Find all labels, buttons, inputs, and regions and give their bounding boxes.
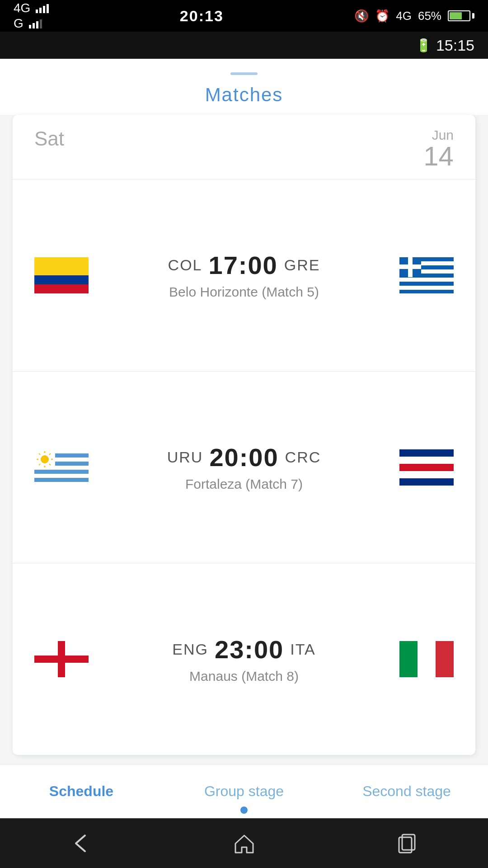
date-month: Jun [423, 127, 454, 143]
flag-costarica [399, 449, 454, 486]
svg-rect-2 [34, 275, 89, 284]
svg-rect-40 [34, 656, 89, 663]
home-button[interactable] [232, 831, 257, 856]
nav-schedule-label: Schedule [49, 783, 113, 800]
network-bottom: G [14, 16, 49, 31]
bar7 [36, 21, 38, 28]
team2-code-1: GRE [284, 256, 320, 274]
svg-rect-35 [399, 464, 454, 471]
team1-code-3: ENG [172, 641, 208, 658]
bar4 [47, 4, 49, 13]
date-number: 14 [423, 143, 454, 170]
svg-rect-20 [34, 470, 89, 474]
match-time-2: 20:00 [209, 443, 278, 472]
status-bar: 4G G 20:13 🔇 ⏰ 4G 65% [0, 0, 488, 32]
mute-icon: 🔇 [354, 9, 369, 23]
svg-rect-11 [399, 282, 454, 286]
svg-rect-16 [408, 257, 413, 277]
svg-point-23 [41, 455, 49, 463]
nav-group-stage-label: Group stage [204, 783, 284, 800]
match-venue-1: Belo Horizonte (Match 5) [169, 284, 319, 300]
status-right: 🔇 ⏰ 4G 65% [354, 9, 474, 23]
status-time: 20:13 [180, 7, 224, 25]
drag-handle [230, 72, 258, 75]
network-label: 4G [14, 1, 30, 15]
recents-button[interactable] [394, 831, 419, 856]
svg-rect-43 [436, 641, 454, 677]
nav-second-stage-label: Second stage [362, 783, 451, 800]
nav-group-stage[interactable]: Group stage [163, 764, 325, 818]
signal-bars-top [36, 3, 49, 13]
svg-rect-13 [399, 290, 454, 293]
battery-green-icon: 🔋 [416, 38, 432, 53]
matches-title-bar: Matches [0, 59, 488, 115]
match-time-1: 17:00 [209, 250, 278, 280]
svg-rect-12 [399, 286, 454, 290]
date-header: Sat Jun 14 [13, 115, 475, 179]
bar6 [33, 23, 35, 28]
page-title: Matches [0, 84, 488, 106]
svg-rect-10 [399, 278, 454, 282]
flag-england [34, 641, 89, 677]
nav-second-stage[interactable]: Second stage [325, 764, 488, 818]
team2-code-2: CRC [285, 448, 321, 466]
back-icon [69, 831, 94, 856]
bar3 [43, 6, 45, 13]
team1-code-1: COL [168, 256, 202, 274]
date-day: Sat [34, 127, 64, 150]
svg-rect-34 [399, 457, 454, 464]
recents-icon [394, 831, 419, 856]
back-button[interactable] [69, 831, 94, 856]
svg-rect-21 [34, 478, 89, 482]
match-center-1: COL 17:00 GRE Belo Horizonte (Match 5) [89, 250, 399, 300]
match-time-3: 23:00 [215, 635, 284, 664]
match-score-line-3: ENG 23:00 ITA [172, 635, 315, 664]
team2-code-3: ITA [290, 641, 315, 658]
match-row-uru-crc[interactable]: URU 20:00 CRC Fortaleza (Match 7) [13, 372, 475, 564]
network-top: 4G [14, 1, 49, 15]
svg-rect-33 [399, 449, 454, 457]
flag-colombia [34, 257, 89, 293]
spacer [0, 755, 488, 764]
match-venue-2: Fortaleza (Match 7) [185, 476, 303, 492]
flag-italy [399, 641, 454, 677]
network-g: G [14, 16, 23, 31]
battery-icon [448, 10, 474, 21]
matches-card: Sat Jun 14 COL 17:00 GRE Belo Hor [13, 115, 475, 755]
match-row-col-gre[interactable]: COL 17:00 GRE Belo Horizonte (Match 5) [13, 179, 475, 372]
battery-body [448, 10, 470, 21]
match-center-2: URU 20:00 CRC Fortaleza (Match 7) [89, 443, 399, 492]
svg-rect-1 [34, 257, 89, 275]
battery-fill [450, 12, 462, 19]
battery-tip [472, 13, 474, 19]
svg-rect-42 [418, 641, 436, 677]
secondary-status-bar: 🔋 15:15 [0, 32, 488, 59]
svg-rect-36 [399, 471, 454, 478]
match-venue-3: Manaus (Match 8) [189, 669, 299, 684]
bar8 [40, 19, 42, 28]
svg-rect-3 [34, 284, 89, 293]
nav-schedule[interactable]: Schedule [0, 764, 163, 818]
match-row-eng-ita[interactable]: ENG 23:00 ITA Manaus (Match 8) [13, 563, 475, 755]
battery-percent: 65% [418, 9, 441, 23]
signal-bars-bottom [29, 19, 42, 28]
android-nav-bar [0, 818, 488, 868]
bottom-nav: Schedule Group stage Second stage [0, 764, 488, 818]
match-score-line-1: COL 17:00 GRE [168, 250, 320, 280]
bar2 [39, 8, 42, 13]
nav-active-dot [240, 807, 248, 814]
match-center-3: ENG 23:00 ITA Manaus (Match 8) [89, 635, 399, 684]
main-content: Matches Sat Jun 14 COL 17:00 [0, 59, 488, 764]
bar1 [36, 9, 38, 13]
alarm-icon: ⏰ [375, 9, 389, 23]
battery-time: 15:15 [436, 37, 474, 54]
team1-code-2: URU [167, 448, 203, 466]
match-score-line-2: URU 20:00 CRC [167, 443, 321, 472]
svg-rect-37 [399, 478, 454, 486]
home-icon [232, 831, 257, 856]
date-month-day: Jun 14 [423, 127, 454, 170]
status-left: 4G G [14, 1, 49, 31]
bar5 [29, 25, 31, 28]
svg-rect-41 [399, 641, 418, 677]
flag-greece [399, 257, 454, 293]
